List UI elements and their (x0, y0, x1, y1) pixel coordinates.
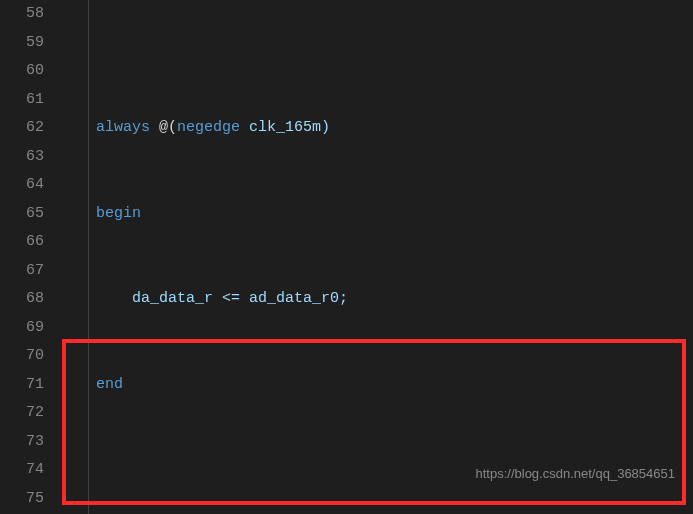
line-number: 59 (8, 29, 44, 58)
code-line: end (60, 371, 693, 400)
line-number: 70 (8, 342, 44, 371)
line-number: 65 (8, 200, 44, 229)
line-number: 58 (8, 0, 44, 29)
line-number: 73 (8, 428, 44, 457)
line-number: 71 (8, 371, 44, 400)
code-editor: 58 59 60 61 62 63 64 65 66 67 68 69 70 7… (0, 0, 693, 514)
line-number: 72 (8, 399, 44, 428)
line-number: 62 (8, 114, 44, 143)
line-number: 61 (8, 86, 44, 115)
line-number: 63 (8, 143, 44, 172)
line-number: 69 (8, 314, 44, 343)
code-line: begin (60, 200, 693, 229)
code-line (60, 456, 693, 485)
code-area[interactable]: always @(negedge clk_165m) begin da_data… (56, 0, 693, 514)
line-number: 75 (8, 485, 44, 514)
indent-guide (88, 0, 89, 514)
line-number: 68 (8, 285, 44, 314)
line-number: 60 (8, 57, 44, 86)
line-number: 74 (8, 456, 44, 485)
line-number: 64 (8, 171, 44, 200)
code-line: always @(negedge clk_165m) (60, 114, 693, 143)
code-line: da_data_r <= ad_data_r0; (60, 285, 693, 314)
line-number-gutter: 58 59 60 61 62 63 64 65 66 67 68 69 70 7… (0, 0, 56, 514)
line-number: 67 (8, 257, 44, 286)
line-number: 66 (8, 228, 44, 257)
